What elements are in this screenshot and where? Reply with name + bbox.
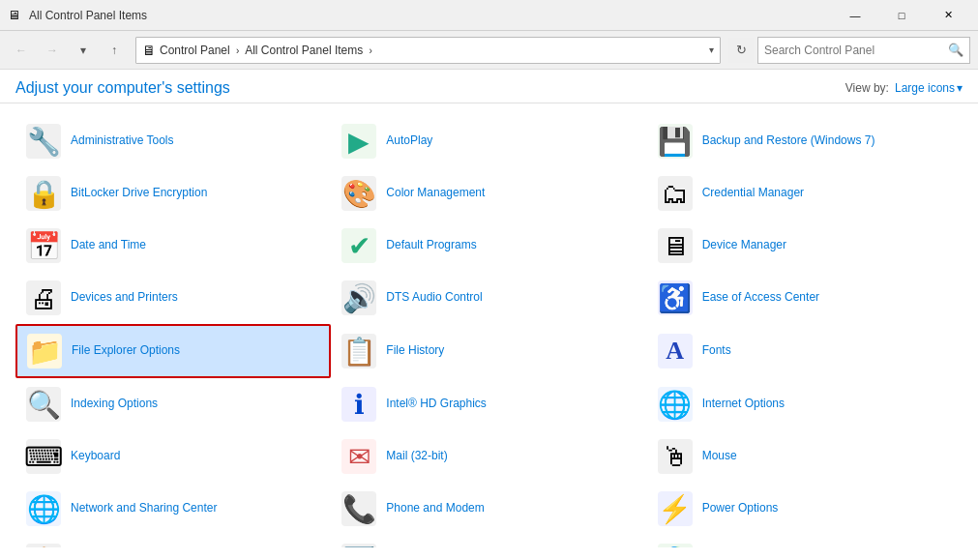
item-autoplay[interactable]: ▶AutoPlay (331, 115, 646, 167)
item-mail[interactable]: ✉Mail (32-bit) (331, 430, 646, 483)
item-internet-options[interactable]: 🌐Internet Options (647, 378, 963, 430)
item-device-manager[interactable]: 🖥Device Manager (647, 220, 963, 272)
item-icon-power-options: ⚡ (658, 491, 693, 526)
item-file-explorer[interactable]: 📁File Explorer Options (15, 324, 331, 378)
up-button[interactable]: ↑ (101, 37, 128, 64)
item-icon-color-management: 🎨 (341, 176, 376, 211)
item-icon-dts-audio: 🔊 (341, 280, 376, 315)
item-icon-network-sharing: 🌐 (26, 491, 61, 526)
item-label-file-explorer: File Explorer Options (72, 343, 180, 359)
item-icon-intel-hd: ℹ (341, 387, 376, 422)
item-label-autoplay: AutoPlay (386, 133, 432, 149)
item-icon-credential-manager: 🗂 (658, 176, 693, 211)
breadcrumb-chevron1: › (236, 45, 242, 56)
item-network-sharing[interactable]: 🌐Network and Sharing Center (15, 483, 331, 535)
item-label-admin-tools: Administrative Tools (71, 133, 174, 149)
item-file-history[interactable]: 📋File History (331, 324, 646, 378)
address-path: Control Panel › All Control Panel Items … (160, 44, 705, 57)
titlebar-title: All Control Panel Items (29, 9, 833, 22)
titlebar-icon: 🖥 (8, 8, 23, 23)
viewby-control: View by: Large icons ▾ (845, 81, 963, 95)
item-backup-restore[interactable]: 💾Backup and Restore (Windows 7) (647, 115, 963, 167)
item-icon-admin-tools: 🔧 (26, 124, 61, 159)
item-icon-bitlocker: 🔒 (26, 176, 61, 211)
item-icon-file-explorer: 📁 (27, 334, 62, 368)
item-dts-audio[interactable]: 🔊DTS Audio Control (331, 272, 646, 324)
recent-button[interactable]: ▾ (70, 37, 97, 64)
item-color-management[interactable]: 🎨Color Management (331, 167, 646, 220)
back-button[interactable]: ← (8, 37, 35, 64)
item-label-phone-modem: Phone and Modem (386, 501, 484, 516)
item-icon-autoplay: ▶ (341, 124, 376, 159)
item-icon-ease-of-access: ♿ (658, 280, 693, 315)
item-label-devices-printers: Devices and Printers (71, 290, 178, 306)
item-label-internet-options: Internet Options (702, 397, 785, 412)
item-label-credential-manager: Credential Manager (702, 186, 804, 201)
item-label-dts-audio: DTS Audio Control (386, 290, 482, 306)
item-label-network-sharing: Network and Sharing Center (71, 501, 217, 516)
adjust-settings-label: Adjust your computer's settings (15, 79, 230, 97)
item-label-color-management: Color Management (386, 186, 485, 201)
item-icon-backup-restore: 💾 (658, 124, 693, 159)
item-default-programs[interactable]: ✔Default Programs (331, 220, 646, 272)
viewby-label: View by: (845, 81, 889, 95)
main-content: 🔧Administrative Tools▶AutoPlay💾Backup an… (0, 103, 978, 547)
items-grid: 🔧Administrative Tools▶AutoPlay💾Backup an… (15, 115, 963, 547)
minimize-button[interactable]: — (833, 0, 877, 31)
item-icon-keyboard: ⌨ (26, 439, 61, 474)
item-label-device-manager: Device Manager (702, 238, 786, 253)
address-icon: 🖥 (142, 43, 156, 58)
search-bar: 🔍 (757, 37, 970, 64)
item-label-file-history: File History (386, 343, 444, 359)
item-label-default-programs: Default Programs (386, 238, 476, 253)
item-icon-internet-options: 🌐 (658, 387, 693, 422)
item-region[interactable]: 🌍Region (647, 535, 963, 547)
breadcrumb-allitems[interactable]: All Control Panel Items (245, 44, 363, 57)
item-mouse[interactable]: 🖱Mouse (647, 430, 963, 483)
forward-button[interactable]: → (39, 37, 66, 64)
item-credential-manager[interactable]: 🗂Credential Manager (647, 167, 963, 220)
address-dropdown-button[interactable]: ▾ (709, 44, 714, 55)
item-indexing[interactable]: 🔍Indexing Options (15, 378, 331, 430)
item-admin-tools[interactable]: 🔧Administrative Tools (15, 115, 331, 167)
item-icon-date-time: 📅 (26, 228, 61, 263)
item-label-power-options: Power Options (702, 501, 779, 516)
viewby-dropdown[interactable]: Large icons ▾ (895, 81, 963, 95)
maximize-button[interactable]: □ (879, 0, 924, 31)
refresh-button[interactable]: ↻ (728, 38, 754, 63)
breadcrumb-controlpanel[interactable]: Control Panel (160, 44, 230, 57)
item-recovery[interactable]: 🔄Recovery (331, 535, 646, 547)
item-label-mail: Mail (32-bit) (386, 449, 447, 464)
item-label-keyboard: Keyboard (71, 449, 120, 464)
item-devices-printers[interactable]: 🖨Devices and Printers (15, 272, 331, 324)
item-label-indexing: Indexing Options (71, 397, 158, 412)
item-icon-default-programs: ✔ (341, 228, 376, 263)
close-button[interactable]: ✕ (926, 0, 970, 31)
item-ease-of-access[interactable]: ♿Ease of Access Center (647, 272, 963, 324)
item-icon-indexing: 🔍 (26, 387, 61, 422)
item-label-intel-hd: Intel® HD Graphics (386, 397, 487, 412)
item-phone-modem[interactable]: 📞Phone and Modem (331, 483, 646, 535)
item-icon-phone-modem: 📞 (341, 491, 376, 526)
viewby-chevron-icon: ▾ (957, 81, 963, 95)
search-input[interactable] (764, 44, 948, 57)
content-header: Adjust your computer's settings View by:… (0, 70, 978, 103)
item-icon-devices-printers: 🖨 (26, 280, 61, 315)
item-icon-programs-features: 📦 (26, 544, 61, 547)
items-area: 🔧Administrative Tools▶AutoPlay💾Backup an… (0, 103, 978, 547)
item-icon-recovery: 🔄 (341, 544, 376, 547)
item-label-bitlocker: BitLocker Drive Encryption (71, 186, 207, 201)
item-icon-region: 🌍 (658, 544, 693, 547)
item-icon-device-manager: 🖥 (658, 228, 693, 263)
viewby-value: Large icons (895, 81, 955, 95)
item-keyboard[interactable]: ⌨Keyboard (15, 430, 331, 483)
item-power-options[interactable]: ⚡Power Options (647, 483, 963, 535)
search-icon[interactable]: 🔍 (948, 43, 963, 57)
item-fonts[interactable]: AFonts (647, 324, 963, 378)
item-label-fonts: Fonts (702, 343, 731, 359)
item-label-backup-restore: Backup and Restore (Windows 7) (702, 133, 875, 149)
item-bitlocker[interactable]: 🔒BitLocker Drive Encryption (15, 167, 331, 220)
item-intel-hd[interactable]: ℹIntel® HD Graphics (331, 378, 646, 430)
item-programs-features[interactable]: 📦Programs and Features (15, 535, 331, 547)
item-date-time[interactable]: 📅Date and Time (15, 220, 331, 272)
